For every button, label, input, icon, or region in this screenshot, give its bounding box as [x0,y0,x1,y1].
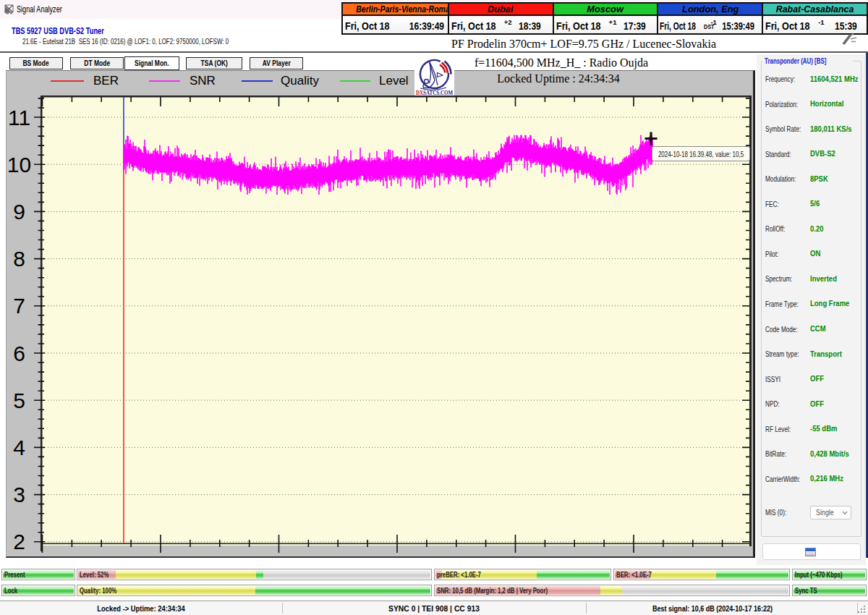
svg-text:DXSATCS.COM: DXSATCS.COM [416,89,453,96]
svg-text:7: 7 [13,294,25,318]
svg-text:9: 9 [13,200,25,224]
svg-text:8: 8 [13,247,25,271]
svg-text:3: 3 [13,483,25,506]
svg-text:10: 10 [7,153,31,177]
svg-text:2: 2 [13,530,25,554]
svg-text:5: 5 [13,389,25,412]
svg-text:6: 6 [13,342,25,365]
svg-text:4: 4 [13,436,25,459]
svg-text:11: 11 [8,106,30,130]
